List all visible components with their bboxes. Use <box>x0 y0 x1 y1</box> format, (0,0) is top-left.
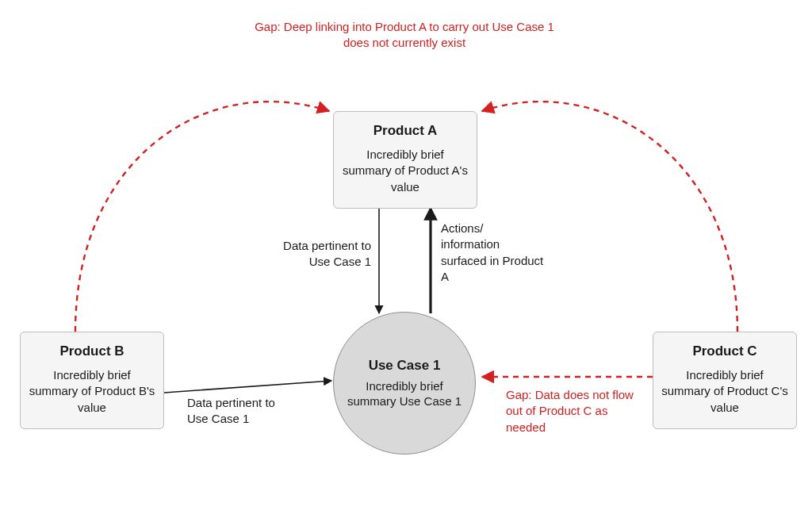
edge-label-b-to-usecase: Data pertinent to Use Case 1 <box>187 395 298 428</box>
node-product-c-desc: Incredibly brief summary of Product C's … <box>661 367 788 416</box>
edge-label-usecase-to-a: Actions/ information surfaced in Product… <box>441 221 544 285</box>
edge-gap-c-to-a <box>482 102 737 332</box>
node-product-a-desc: Incredibly brief summary of Product A's … <box>342 147 469 195</box>
node-product-b-title: Product B <box>29 343 155 359</box>
node-product-c-title: Product C <box>661 343 788 359</box>
edge-b-to-usecase <box>164 381 331 393</box>
node-product-c: Product C Incredibly brief summary of Pr… <box>653 332 797 429</box>
gap-label-top: Gap: Deep linking into Product A to carr… <box>246 19 563 52</box>
diagram-canvas: Gap: Deep linking into Product A to carr… <box>0 0 812 518</box>
node-product-a: Product A Incredibly brief summary of Pr… <box>333 111 477 209</box>
node-use-case-1-title: Use Case 1 <box>369 358 441 374</box>
edge-label-a-to-usecase: Data pertinent to Use Case 1 <box>264 238 371 271</box>
node-use-case-1-desc: Incredibly brief summary Use Case 1 <box>342 378 467 409</box>
node-product-a-title: Product A <box>342 123 469 139</box>
node-product-b-desc: Incredibly brief summary of Product B's … <box>29 367 155 416</box>
node-product-b: Product B Incredibly brief summary of Pr… <box>20 332 164 429</box>
gap-label-c: Gap: Data does not flow out of Product C… <box>506 387 645 436</box>
edge-gap-b-to-a <box>75 102 329 332</box>
node-use-case-1: Use Case 1 Incredibly brief summary Use … <box>333 312 476 455</box>
